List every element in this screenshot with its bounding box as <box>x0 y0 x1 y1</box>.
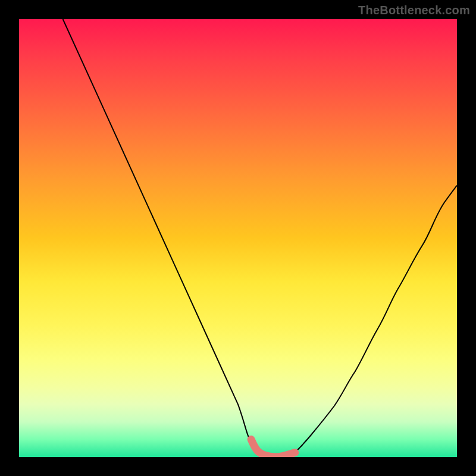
optimal-band-highlight <box>251 440 295 457</box>
chart-frame: TheBottleneck.com <box>0 0 476 476</box>
plot-area <box>19 19 457 457</box>
watermark-text: TheBottleneck.com <box>358 4 470 17</box>
curve-svg <box>19 19 457 457</box>
bottleneck-curve-path <box>63 19 457 457</box>
